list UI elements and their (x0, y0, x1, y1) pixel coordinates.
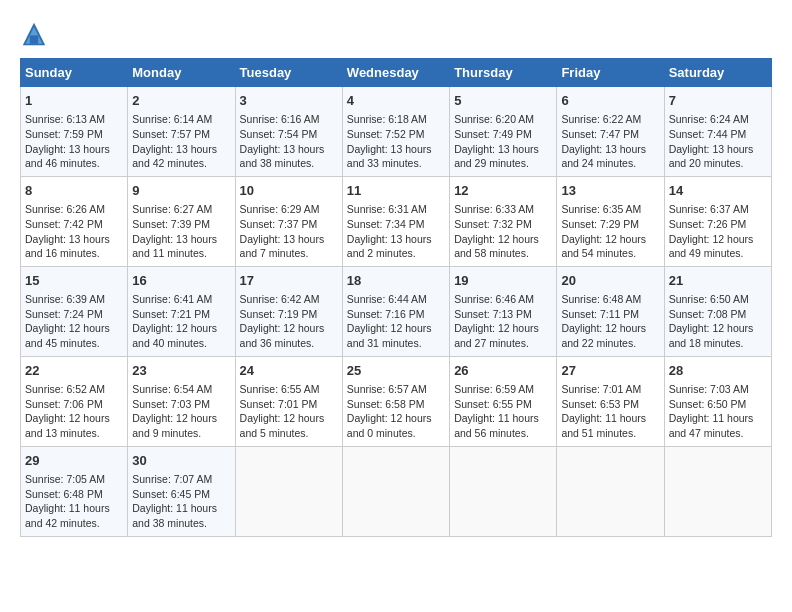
day-info-line: Daylight: 12 hours (561, 321, 659, 336)
day-info-line: Sunrise: 6:59 AM (454, 382, 552, 397)
day-cell: 10Sunrise: 6:29 AMSunset: 7:37 PMDayligh… (235, 176, 342, 266)
day-info-line: Sunrise: 6:27 AM (132, 202, 230, 217)
day-info-line: Sunset: 7:54 PM (240, 127, 338, 142)
day-info-line: Daylight: 11 hours (454, 411, 552, 426)
day-info-line: and 38 minutes. (132, 516, 230, 531)
day-info-line: Sunset: 7:11 PM (561, 307, 659, 322)
column-header-saturday: Saturday (664, 59, 771, 87)
day-info-line: Daylight: 12 hours (25, 411, 123, 426)
day-info-line: Sunset: 7:26 PM (669, 217, 767, 232)
day-number: 24 (240, 362, 338, 380)
day-number: 17 (240, 272, 338, 290)
day-cell: 14Sunrise: 6:37 AMSunset: 7:26 PMDayligh… (664, 176, 771, 266)
day-cell: 22Sunrise: 6:52 AMSunset: 7:06 PMDayligh… (21, 356, 128, 446)
day-info-line: Daylight: 13 hours (561, 142, 659, 157)
day-cell (235, 446, 342, 536)
day-info-line: Sunset: 7:03 PM (132, 397, 230, 412)
day-info-line: and 31 minutes. (347, 336, 445, 351)
day-info-line: Sunset: 7:19 PM (240, 307, 338, 322)
day-number: 3 (240, 92, 338, 110)
day-info-line: Sunset: 7:59 PM (25, 127, 123, 142)
day-number: 5 (454, 92, 552, 110)
day-info-line: Sunset: 7:16 PM (347, 307, 445, 322)
day-number: 27 (561, 362, 659, 380)
day-info-line: and 49 minutes. (669, 246, 767, 261)
day-info-line: Sunrise: 6:46 AM (454, 292, 552, 307)
column-header-monday: Monday (128, 59, 235, 87)
day-info-line: Daylight: 11 hours (561, 411, 659, 426)
day-info-line: Daylight: 12 hours (669, 321, 767, 336)
svg-rect-2 (30, 35, 38, 43)
day-cell: 15Sunrise: 6:39 AMSunset: 7:24 PMDayligh… (21, 266, 128, 356)
day-info-line: and 47 minutes. (669, 426, 767, 441)
day-info-line: Sunrise: 6:29 AM (240, 202, 338, 217)
day-info-line: Sunrise: 6:44 AM (347, 292, 445, 307)
day-info-line: Sunrise: 6:42 AM (240, 292, 338, 307)
day-info-line: Daylight: 13 hours (454, 142, 552, 157)
day-info-line: Sunset: 7:49 PM (454, 127, 552, 142)
week-row-5: 29Sunrise: 7:05 AMSunset: 6:48 PMDayligh… (21, 446, 772, 536)
day-info-line: Sunrise: 6:14 AM (132, 112, 230, 127)
day-info-line: Daylight: 12 hours (669, 232, 767, 247)
day-info-line: Sunrise: 6:52 AM (25, 382, 123, 397)
day-cell: 3Sunrise: 6:16 AMSunset: 7:54 PMDaylight… (235, 87, 342, 177)
day-cell: 6Sunrise: 6:22 AMSunset: 7:47 PMDaylight… (557, 87, 664, 177)
day-cell (664, 446, 771, 536)
day-number: 22 (25, 362, 123, 380)
day-info-line: and 7 minutes. (240, 246, 338, 261)
day-info-line: Sunrise: 6:55 AM (240, 382, 338, 397)
day-info-line: and 46 minutes. (25, 156, 123, 171)
day-info-line: Sunrise: 6:54 AM (132, 382, 230, 397)
day-info-line: Daylight: 12 hours (240, 321, 338, 336)
day-info-line: Sunrise: 6:22 AM (561, 112, 659, 127)
day-number: 23 (132, 362, 230, 380)
day-cell (450, 446, 557, 536)
day-info-line: Sunrise: 6:48 AM (561, 292, 659, 307)
day-info-line: Sunset: 7:06 PM (25, 397, 123, 412)
column-header-sunday: Sunday (21, 59, 128, 87)
day-info-line: Sunset: 6:58 PM (347, 397, 445, 412)
day-cell (342, 446, 449, 536)
day-info-line: Daylight: 13 hours (132, 232, 230, 247)
day-info-line: and 36 minutes. (240, 336, 338, 351)
day-number: 18 (347, 272, 445, 290)
column-header-thursday: Thursday (450, 59, 557, 87)
day-info-line: and 51 minutes. (561, 426, 659, 441)
day-info-line: and 27 minutes. (454, 336, 552, 351)
week-row-4: 22Sunrise: 6:52 AMSunset: 7:06 PMDayligh… (21, 356, 772, 446)
day-cell: 25Sunrise: 6:57 AMSunset: 6:58 PMDayligh… (342, 356, 449, 446)
day-cell: 21Sunrise: 6:50 AMSunset: 7:08 PMDayligh… (664, 266, 771, 356)
day-info-line: and 0 minutes. (347, 426, 445, 441)
day-info-line: Daylight: 12 hours (454, 232, 552, 247)
day-info-line: Sunrise: 7:07 AM (132, 472, 230, 487)
day-cell: 23Sunrise: 6:54 AMSunset: 7:03 PMDayligh… (128, 356, 235, 446)
day-info-line: Sunrise: 6:35 AM (561, 202, 659, 217)
day-number: 1 (25, 92, 123, 110)
day-info-line: and 11 minutes. (132, 246, 230, 261)
day-info-line: and 24 minutes. (561, 156, 659, 171)
day-number: 8 (25, 182, 123, 200)
day-info-line: Sunset: 6:55 PM (454, 397, 552, 412)
day-info-line: Sunrise: 6:20 AM (454, 112, 552, 127)
day-info-line: Sunrise: 6:33 AM (454, 202, 552, 217)
day-info-line: Daylight: 12 hours (132, 411, 230, 426)
day-cell: 2Sunrise: 6:14 AMSunset: 7:57 PMDaylight… (128, 87, 235, 177)
day-info-line: Sunrise: 6:57 AM (347, 382, 445, 397)
day-number: 11 (347, 182, 445, 200)
day-info-line: Sunset: 6:45 PM (132, 487, 230, 502)
day-info-line: and 18 minutes. (669, 336, 767, 351)
day-info-line: Daylight: 13 hours (240, 142, 338, 157)
day-number: 25 (347, 362, 445, 380)
day-info-line: Sunset: 7:29 PM (561, 217, 659, 232)
day-info-line: and 54 minutes. (561, 246, 659, 261)
day-number: 10 (240, 182, 338, 200)
day-info-line: Sunrise: 6:16 AM (240, 112, 338, 127)
day-number: 9 (132, 182, 230, 200)
day-info-line: Sunset: 7:13 PM (454, 307, 552, 322)
day-info-line: Sunrise: 6:41 AM (132, 292, 230, 307)
day-cell: 13Sunrise: 6:35 AMSunset: 7:29 PMDayligh… (557, 176, 664, 266)
day-cell: 29Sunrise: 7:05 AMSunset: 6:48 PMDayligh… (21, 446, 128, 536)
day-cell: 26Sunrise: 6:59 AMSunset: 6:55 PMDayligh… (450, 356, 557, 446)
day-info-line: Sunset: 6:53 PM (561, 397, 659, 412)
day-info-line: and 5 minutes. (240, 426, 338, 441)
